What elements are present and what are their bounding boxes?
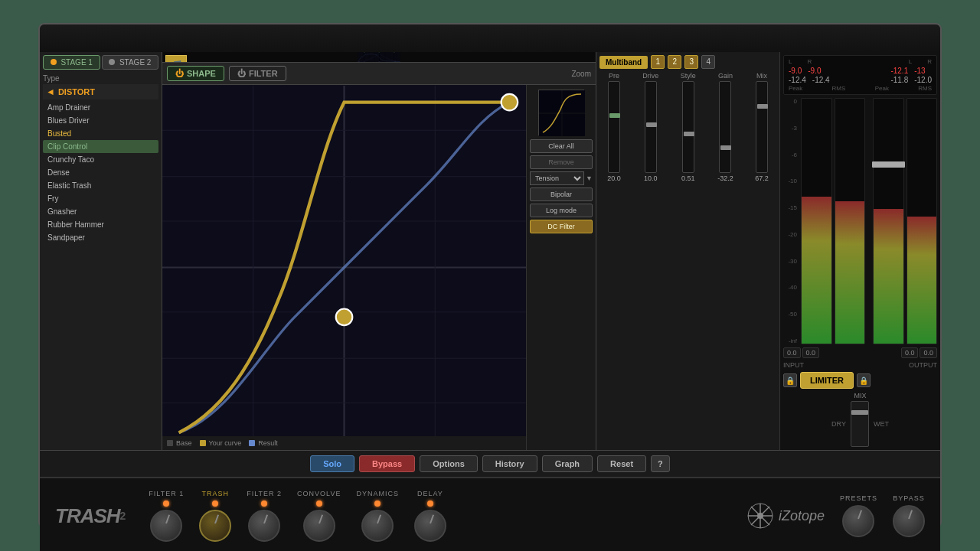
vu-l-label-2: L bbox=[909, 58, 912, 65]
lock-right-icon[interactable]: 🔒 bbox=[857, 373, 871, 387]
knob-gain-thumb bbox=[720, 145, 731, 150]
left-panel: STAGE 1 STAGE 2 Type ◄ DISTORT Amp Drain… bbox=[40, 52, 162, 450]
shape-tab[interactable]: ⏻ SHAPE bbox=[167, 66, 224, 81]
stage-2-tab[interactable]: STAGE 2 bbox=[102, 55, 159, 70]
meter-output-r-fill bbox=[907, 217, 937, 344]
list-item-busted[interactable]: Busted bbox=[43, 127, 158, 140]
out-rms-l-val: -11.8 bbox=[890, 76, 908, 84]
vu-scale: 0 -3 -6 -10 -15 -20 -30 -40 -50 -inf bbox=[783, 98, 799, 344]
band-2-button[interactable]: 2 bbox=[668, 55, 681, 69]
peak-r-val: -9.0 bbox=[808, 67, 821, 75]
filter-power-icon: ⏻ bbox=[237, 69, 246, 78]
meter-input-r bbox=[835, 98, 866, 344]
dry-label: DRY bbox=[831, 420, 846, 428]
module-strip: TRASH 2 FILTER 1 TRASH FILTER 2 bbox=[40, 477, 940, 551]
knob-gain-slider[interactable] bbox=[719, 81, 731, 173]
knob-drive-thumb bbox=[646, 122, 657, 127]
knob-style: Style 0.51 bbox=[681, 72, 696, 182]
log-mode-button[interactable]: Log mode bbox=[530, 204, 593, 217]
knob-pre-thumb bbox=[609, 113, 620, 118]
solo-button[interactable]: Solo bbox=[310, 455, 354, 472]
knob-pre-slider[interactable] bbox=[608, 81, 620, 173]
list-item[interactable]: Dense bbox=[43, 166, 158, 179]
list-item[interactable]: Rubber Hammer bbox=[43, 218, 158, 231]
list-item[interactable]: Fry bbox=[43, 192, 158, 205]
list-item[interactable]: Amp Drainer bbox=[43, 101, 158, 114]
izotope-text: iZotope bbox=[779, 508, 825, 524]
module-delay: DELAY bbox=[414, 490, 446, 542]
io-labels: 0.0 0.0 0.0 0.0 bbox=[783, 347, 937, 358]
bypass-button[interactable]: Bypass bbox=[359, 455, 415, 472]
filter-tab[interactable]: ⏻ FILTER bbox=[229, 66, 286, 81]
bottom-toolbar: Solo Bypass Options History Graph Reset … bbox=[40, 450, 940, 477]
list-item[interactable]: Gnasher bbox=[43, 205, 158, 218]
options-button[interactable]: Options bbox=[420, 455, 478, 472]
help-button[interactable]: ? bbox=[651, 455, 670, 472]
dynamics-led[interactable] bbox=[374, 500, 381, 507]
convolve-led[interactable] bbox=[316, 500, 322, 507]
trash-knob[interactable] bbox=[199, 510, 231, 542]
bypass-knob[interactable] bbox=[893, 505, 925, 537]
remove-button[interactable]: Remove bbox=[530, 155, 593, 169]
stage-1-tab[interactable]: STAGE 1 bbox=[43, 55, 100, 70]
output-l-value: 0.0 bbox=[901, 347, 919, 358]
distort-label: DISTORT bbox=[58, 87, 95, 96]
delay-led[interactable] bbox=[427, 500, 433, 507]
list-item[interactable]: Elastic Trash bbox=[43, 179, 158, 192]
svg-rect-0 bbox=[358, 52, 400, 62]
clear-all-button[interactable]: Clear All bbox=[530, 139, 593, 153]
band-3-button[interactable]: 3 bbox=[684, 55, 698, 69]
knob-pre-label: Pre bbox=[609, 72, 619, 80]
reset-button[interactable]: Reset bbox=[597, 455, 646, 472]
tension-dropdown-icon[interactable]: ▼ bbox=[586, 174, 593, 182]
band-1-button[interactable]: 1 bbox=[651, 55, 665, 69]
list-item-clip-control[interactable]: Clip Control bbox=[43, 140, 158, 153]
multiband-button[interactable]: Multiband bbox=[599, 56, 648, 69]
dynamics-knob[interactable] bbox=[361, 510, 394, 542]
limiter-button[interactable]: LIMITER bbox=[800, 372, 854, 389]
filter2-knob[interactable] bbox=[248, 510, 280, 542]
preset-icon[interactable]: 🎵 bbox=[165, 55, 187, 63]
knob-pre-value: 20.0 bbox=[607, 174, 621, 182]
knob-style-value: 0.51 bbox=[681, 174, 695, 182]
graph-button[interactable]: Graph bbox=[542, 455, 593, 472]
delay-knob[interactable] bbox=[414, 510, 446, 542]
module-presets: PRESETS bbox=[840, 494, 877, 537]
presets-knob[interactable] bbox=[842, 505, 874, 537]
preset-list: Amp Drainer Blues Driver Busted Clip Con… bbox=[43, 101, 158, 244]
trash-led[interactable] bbox=[212, 500, 218, 507]
plugin-container: STAGE 1 STAGE 2 Type ◄ DISTORT Amp Drain… bbox=[38, 23, 942, 528]
dc-filter-button[interactable]: DC Filter bbox=[530, 220, 593, 233]
legend-base: Base bbox=[167, 439, 192, 447]
filter2-led[interactable] bbox=[261, 500, 267, 507]
lock-left-icon[interactable]: 🔒 bbox=[783, 373, 797, 387]
knob-drive-slider[interactable] bbox=[645, 81, 657, 173]
multiband-header: Multiband 1 2 3 4 bbox=[599, 55, 776, 69]
knob-drive-value: 10.0 bbox=[644, 174, 658, 182]
convolve-knob[interactable] bbox=[303, 510, 335, 542]
bipolar-button[interactable]: Bipolar bbox=[530, 187, 593, 201]
mix-knob[interactable] bbox=[851, 401, 869, 447]
knob-mix-thumb bbox=[757, 104, 768, 109]
stage-tabs: STAGE 1 STAGE 2 bbox=[43, 55, 158, 70]
output-l-slider[interactable] bbox=[872, 161, 905, 168]
band-4-button[interactable]: 4 bbox=[701, 55, 715, 69]
peak-l-val: -9.0 bbox=[789, 67, 802, 75]
tension-select[interactable]: Tension bbox=[530, 171, 584, 185]
list-item[interactable]: Sandpaper bbox=[43, 231, 158, 244]
io-section-labels: INPUT OUTPUT bbox=[783, 361, 937, 369]
filter1-knob[interactable] bbox=[150, 510, 182, 542]
history-button[interactable]: History bbox=[482, 455, 537, 472]
izotope-section: iZotope bbox=[746, 502, 825, 530]
list-item[interactable]: Crunchy Taco bbox=[43, 153, 158, 166]
knob-mix-slider[interactable] bbox=[756, 81, 768, 173]
knob-style-thumb bbox=[684, 132, 694, 136]
shape-editor[interactable]: Base Your curve Result bbox=[162, 85, 527, 450]
knob-drive: Drive 10.0 bbox=[642, 72, 658, 182]
out-peak-r-val: -13 bbox=[914, 67, 925, 75]
module-dynamics: DYNAMICS bbox=[356, 490, 399, 542]
list-item[interactable]: Blues Driver bbox=[43, 114, 158, 127]
filter1-led[interactable] bbox=[163, 500, 169, 507]
knob-style-slider[interactable] bbox=[682, 81, 694, 173]
type-label: Type bbox=[43, 73, 158, 84]
